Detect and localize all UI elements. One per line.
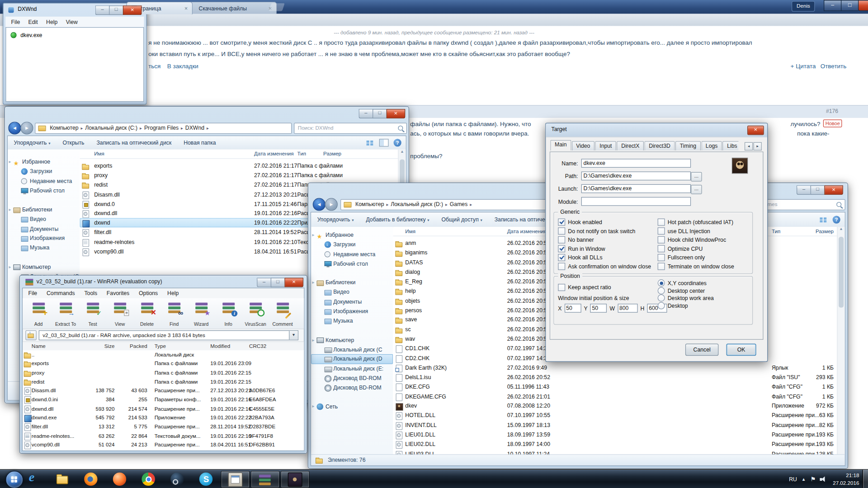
column-header[interactable]: Type bbox=[155, 342, 166, 350]
sidebar-item[interactable]: ▸Библиотеки bbox=[311, 278, 393, 287]
winrar-delete-button[interactable]: Delete bbox=[133, 298, 160, 328]
dialog-tab-video[interactable]: Video bbox=[572, 141, 595, 150]
checkbox-row[interactable]: Run in Window bbox=[558, 244, 651, 253]
column-header[interactable]: Размер bbox=[801, 227, 834, 236]
breadcrumb-segment[interactable]: Локальный диск (C:) bbox=[84, 125, 139, 131]
file-row[interactable]: LIEU01.DLL18.09.1997 13:59Расширение при… bbox=[393, 430, 844, 439]
winrar-view-button[interactable]: View bbox=[106, 298, 133, 328]
minimize-icon[interactable] bbox=[359, 109, 373, 118]
archive-file-row[interactable]: dxwnd.exe545 792214 533Приложение19.01.2… bbox=[23, 413, 304, 422]
close-icon[interactable] bbox=[387, 109, 406, 118]
back-button[interactable]: ◄ bbox=[8, 122, 21, 134]
sidebar-item[interactable]: Локальный диск (D bbox=[311, 354, 393, 364]
browser-profile-button[interactable]: Denis bbox=[792, 1, 815, 11]
checkbox[interactable] bbox=[658, 253, 665, 261]
checkbox-row[interactable]: Hook all DLLs bbox=[558, 253, 651, 262]
column-header[interactable]: Modified bbox=[210, 342, 230, 350]
radio[interactable] bbox=[658, 295, 665, 302]
column-header[interactable]: Name bbox=[32, 342, 46, 350]
sidebar-item[interactable]: Рабочий стол bbox=[8, 186, 80, 195]
expander-icon[interactable]: ▸ bbox=[312, 230, 315, 239]
help-icon[interactable]: ? bbox=[394, 139, 401, 146]
winrar-comment-button[interactable]: Comment bbox=[269, 298, 296, 328]
checkbox-row[interactable]: Terminate on window close bbox=[658, 262, 734, 271]
file-row[interactable]: DKEGAME.CFG26.02.2016 21:01Файл "CFG"1 К… bbox=[393, 392, 844, 401]
checkbox-row[interactable]: Keep aspect ratio bbox=[558, 283, 611, 292]
winrar-add-button[interactable]: Add bbox=[25, 298, 52, 328]
menu-item[interactable]: File bbox=[28, 290, 37, 296]
file-row[interactable]: dkev07.08.2008 12:20Приложение972 КБ bbox=[393, 401, 844, 411]
taskbar-winrar-button[interactable] bbox=[251, 471, 280, 488]
taskbar-chrome-button[interactable] bbox=[134, 470, 163, 488]
breadcrumb-segment[interactable]: Program Files bbox=[143, 125, 179, 131]
close-icon[interactable] bbox=[858, 0, 868, 11]
column-header[interactable]: Имя bbox=[94, 150, 104, 159]
hidden-icons-button[interactable]: ▲ bbox=[802, 477, 806, 482]
help-icon[interactable]: ? bbox=[833, 216, 840, 224]
toolbar-button[interactable]: Новая папка bbox=[184, 136, 216, 149]
radio[interactable] bbox=[658, 302, 665, 309]
maximize-icon[interactable] bbox=[373, 109, 387, 118]
forum-link-fragment[interactable]: ться bbox=[148, 62, 160, 69]
archive-address-combobox[interactable]: v2_03_52_build (1).rar - RAR archive, un… bbox=[39, 330, 298, 340]
archive-file-row[interactable]: proxyПапка с файлами19.01.2016 22:15 bbox=[23, 368, 304, 377]
radio[interactable] bbox=[658, 287, 665, 294]
browse-path-button[interactable]: ... bbox=[691, 172, 702, 182]
dialog-tab-directx[interactable]: DirectX bbox=[617, 141, 644, 150]
sidebar-item[interactable]: ▸Сеть bbox=[311, 402, 393, 412]
menu-item[interactable]: Commands bbox=[47, 290, 75, 296]
menu-item[interactable]: Tools bbox=[84, 290, 97, 296]
sidebar-item[interactable]: Рабочий стол bbox=[311, 259, 393, 268]
toolbar-button[interactable]: Общий доступ▾ bbox=[442, 212, 482, 227]
close-icon[interactable]: × bbox=[747, 126, 764, 135]
checkbox-row[interactable]: Do not notify on task switch bbox=[558, 226, 651, 235]
dialog-tab-input[interactable]: Input bbox=[595, 141, 616, 150]
expander-icon[interactable]: ▸ bbox=[312, 335, 315, 345]
breadcrumb-segment[interactable]: Компьютер bbox=[354, 201, 385, 206]
column-header[interactable]: Дата изменения bbox=[254, 150, 293, 159]
maximize-icon[interactable] bbox=[109, 5, 123, 15]
launch-field[interactable]: D:\Games\dkev.exe bbox=[581, 184, 691, 193]
column-header[interactable]: Тип bbox=[297, 150, 306, 159]
file-row[interactable]: DKE.CFG05.11.1996 11:43Файл "CFG"1 КБ bbox=[393, 382, 844, 391]
column-header[interactable]: CRC32 bbox=[249, 342, 266, 350]
dropdown-icon[interactable]: ▼ bbox=[289, 331, 298, 340]
taskbar-window-button[interactable] bbox=[221, 471, 250, 488]
menu-item[interactable]: Favorites bbox=[107, 290, 129, 296]
archive-file-row[interactable]: redistПапка с файлами19.01.2016 22:15 bbox=[23, 377, 304, 386]
taskbar-explorer-button[interactable] bbox=[47, 470, 76, 488]
menu-item[interactable]: Help bbox=[167, 290, 179, 296]
sidebar-item[interactable]: Изображения bbox=[311, 306, 393, 316]
tab-scroll-left-icon[interactable]: ◄ bbox=[745, 142, 753, 150]
dialog-tab-main[interactable]: Main bbox=[550, 140, 571, 150]
checkbox-row[interactable]: Hook enabled bbox=[558, 217, 651, 226]
menu-item[interactable]: Edit bbox=[28, 19, 38, 25]
reply-link[interactable]: Ответить bbox=[821, 62, 847, 69]
preview-pane-icon[interactable] bbox=[379, 139, 389, 146]
sidebar-item[interactable]: ▸Компьютер bbox=[8, 262, 80, 272]
taskbar-player-button[interactable] bbox=[105, 470, 134, 488]
volume-icon[interactable] bbox=[820, 476, 827, 482]
ok-button[interactable]: OK bbox=[726, 343, 756, 356]
breadcrumb-segment[interactable]: Локальный диск (D:) bbox=[390, 201, 444, 206]
sidebar-item[interactable]: Загрузки bbox=[311, 240, 393, 249]
expander-icon[interactable]: ▸ bbox=[312, 278, 315, 287]
toolbar-button[interactable]: Упорядочить▾ bbox=[14, 136, 51, 150]
file-row[interactable]: LIEU02.DLL18.09.1997 14:00Расширение при… bbox=[393, 440, 844, 449]
sidebar-item[interactable]: Локальный диск (E: bbox=[311, 364, 393, 373]
coord-input-x[interactable]: 50 bbox=[565, 304, 581, 313]
checkbox-row[interactable]: Ask confirmation on window close bbox=[558, 262, 651, 271]
name-field[interactable]: dkev.exe bbox=[581, 159, 691, 168]
maximize-icon[interactable] bbox=[811, 185, 825, 195]
taskbar-ie-button[interactable] bbox=[19, 470, 48, 488]
sidebar-item[interactable]: Видео bbox=[8, 214, 80, 224]
checkbox[interactable] bbox=[658, 227, 665, 235]
radio-row[interactable]: Desktop bbox=[658, 302, 714, 310]
menu-item[interactable]: Options bbox=[139, 290, 158, 296]
expander-icon[interactable]: ▸ bbox=[9, 157, 11, 167]
close-icon[interactable] bbox=[123, 5, 142, 15]
dialog-tab-direct3d[interactable]: Direct3D bbox=[644, 141, 675, 150]
expander-icon[interactable]: ▸ bbox=[312, 402, 315, 412]
checkbox-row[interactable]: use DLL Injection bbox=[658, 226, 734, 235]
tab-close-icon[interactable]: × bbox=[184, 5, 188, 11]
